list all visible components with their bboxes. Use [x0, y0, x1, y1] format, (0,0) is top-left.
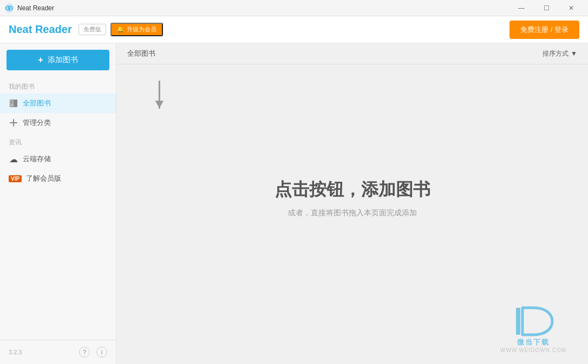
restore-button[interactable]: ☐ [534, 0, 559, 16]
titlebar: Neat Reader — ☐ ✕ [0, 0, 588, 16]
sidebar-item-cloud-storage[interactable]: ☁ 云端存储 [0, 149, 116, 169]
sidebar-item-vip[interactable]: VIP 了解会员版 [0, 169, 116, 188]
watermark-url: WWW.WEIDOWN.COM [500, 347, 566, 353]
main-content: 全部图书 排序方式 ▼ 点击按钮，添加图书 或者，直接将图书拖入本页面完成添加 [116, 43, 588, 364]
all-books-label: 全部图书 [23, 98, 51, 108]
titlebar-title: Neat Reader [17, 4, 509, 12]
app-body: + 添加图书 我的图书 全部图书 [0, 43, 588, 364]
svg-point-2 [8, 7, 10, 9]
app-logo: Neat Reader [9, 23, 72, 36]
titlebar-controls: — ☐ ✕ [509, 0, 584, 16]
empty-sub-text: 或者，直接将图书拖入本页面完成添加 [288, 208, 417, 218]
section-news-label: 资讯 [0, 133, 116, 149]
svg-rect-7 [11, 103, 12, 104]
chevron-down-icon: ▼ [571, 50, 577, 57]
manage-categories-label: 管理分类 [23, 118, 51, 128]
sort-button[interactable]: 排序方式 ▼ [543, 49, 577, 58]
svg-rect-6 [11, 102, 13, 103]
header: Neat Reader 免费版 🔔 升级为会员 免费注册 / 登录 [0, 16, 588, 43]
sidebar-footer: 3.2.3 ? i [0, 340, 116, 364]
sidebar: + 添加图书 我的图书 全部图书 [0, 43, 116, 364]
plus-icon: + [38, 55, 43, 65]
content-title: 全部图书 [127, 49, 155, 58]
section-my-books-label: 我的图书 [0, 77, 116, 94]
content-header: 全部图书 排序方式 ▼ [116, 43, 588, 64]
sort-label: 排序方式 [543, 49, 569, 58]
svg-rect-5 [11, 101, 13, 102]
plus-category-icon [9, 118, 18, 128]
footer-icons: ? i [79, 347, 107, 358]
info-icon[interactable]: i [96, 347, 107, 358]
sidebar-item-all-books[interactable]: 全部图书 [0, 94, 116, 113]
add-book-button[interactable]: + 添加图书 [6, 50, 109, 70]
free-badge: 免费版 [79, 24, 106, 35]
empty-main-text: 点击按钮，添加图书 [275, 178, 430, 202]
book-icon [9, 98, 18, 108]
vip-label: 了解会员版 [26, 174, 61, 183]
watermark-logo-svg [512, 305, 555, 337]
svg-rect-12 [516, 308, 520, 335]
minimize-button[interactable]: — [509, 0, 534, 16]
register-button[interactable]: 免费注册 / 登录 [509, 21, 579, 39]
cloud-storage-label: 云端存储 [23, 154, 51, 164]
watermark: 微当下载 WWW.WEIDOWN.COM [500, 305, 566, 353]
vip-badge: VIP [9, 175, 22, 182]
cloud-icon: ☁ [9, 154, 18, 164]
upgrade-icon: 🔔 [117, 26, 125, 33]
help-icon[interactable]: ? [79, 347, 90, 358]
svg-rect-9 [13, 119, 14, 127]
upgrade-button[interactable]: 🔔 升级为会员 [110, 23, 163, 36]
arrow-indicator [142, 76, 183, 116]
app-icon [4, 3, 14, 13]
version-text: 3.2.3 [9, 349, 22, 355]
sidebar-item-manage-categories[interactable]: 管理分类 [0, 113, 116, 133]
watermark-brand: 微当下载 [517, 337, 550, 347]
upgrade-label: 升级为会员 [127, 25, 156, 34]
close-button[interactable]: ✕ [559, 0, 584, 16]
add-book-label: 添加图书 [48, 55, 78, 65]
